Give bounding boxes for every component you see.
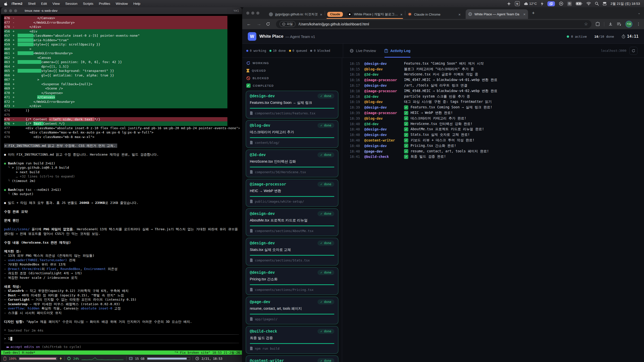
tab-agent-dashboard-active[interactable]: White Place — Agent Team Da × (466, 9, 528, 19)
prompt-line[interactable]: >1 (4, 336, 242, 341)
tab-search-chevron-icon[interactable]: ⌄ (638, 11, 640, 15)
mode-hint: (shift+tab to cycle) (42, 345, 81, 349)
input-method-icon[interactable]: 한 (567, 2, 572, 6)
status-badge: ✓ done (317, 299, 334, 304)
close-tab-icon[interactable]: × (458, 12, 461, 17)
terminal-line: - 복잡한 hover scale / iridescence 로직 (4, 276, 242, 280)
menu-item[interactable]: Help (131, 2, 143, 6)
log-row: 18:16 @image-processor ✓ IMG_4547.HEIC →… (350, 77, 644, 83)
terminal-line: - overflow: hidden 확실히 적용, Canvas는 absol… (4, 306, 242, 311)
menu-item[interactable]: View (50, 2, 63, 6)
url-text[interactable]: /Users/koharin/jjygo.github.io/dashboard… (299, 22, 581, 26)
battery-icon[interactable] (576, 2, 582, 5)
apple-menu-icon[interactable] (4, 2, 8, 6)
tab-claude-in-chrome[interactable]: Claude in Chrome × (405, 10, 463, 19)
status-badge: ✓ done (317, 270, 334, 275)
wifi-icon[interactable] (586, 2, 591, 5)
memory-bar (147, 357, 190, 360)
close-tab-icon[interactable]: × (320, 12, 322, 17)
chrome-menu-icon[interactable]: ⋮ (636, 22, 640, 26)
terminal-line: public/icons/ 폴더에 PNG 파일이 없었음. HeroScene… (4, 227, 242, 232)
menu-item[interactable]: Session (63, 2, 80, 6)
active-app-name[interactable]: iTerm2 (9, 2, 25, 6)
extensions-icon[interactable] (595, 22, 600, 26)
menu-item[interactable]: Window (113, 2, 131, 6)
counter-dot (289, 50, 291, 52)
prompt-input-text[interactable]: 1 (8, 336, 10, 341)
new-tab-button[interactable]: + (530, 9, 537, 17)
menu-item[interactable]: Profiles (96, 2, 113, 6)
minimize-window-button[interactable] (9, 9, 12, 12)
tab-live-preview[interactable]: Live Preview (350, 44, 376, 58)
menu-bar-clock[interactable]: 2월 21일 (토) 18:53 (611, 2, 640, 6)
bolt-icon[interactable] (541, 2, 543, 6)
close-tab-icon[interactable]: × (400, 12, 403, 17)
log-time: 18:40 (350, 138, 364, 142)
log-agent: @blog-dev (364, 100, 404, 104)
media-controls-icon[interactable] (617, 22, 621, 26)
tab-white-place-blog[interactable]: White Place | 개발자 블로그 & 포 × (345, 10, 405, 19)
terminal-output: 476- </Canvas> 477- </WebGLErrorBoundary… (1, 14, 242, 350)
menu-item[interactable]: Scripts (80, 2, 96, 6)
log-agent: @blog-dev (364, 116, 404, 120)
control-center-icon[interactable] (603, 2, 607, 6)
task-file: components/sections/Features.tsx (250, 111, 334, 115)
bookmark-star-icon[interactable]: ☆ (584, 21, 588, 27)
menu-item[interactable]: Edit (38, 2, 50, 6)
log-time: 18:18 (350, 95, 364, 99)
site-info-chip[interactable]: 파일 (279, 21, 296, 27)
status-badge: ✓ done (317, 123, 334, 128)
tab-github-repo[interactable]: jjygo/jjygo.github.io: 이것저것 × (266, 10, 325, 19)
forward-button[interactable]: → (256, 21, 262, 27)
address-bar[interactable]: 파일 /Users/koharin/jjygo.github.io/dashbo… (276, 20, 591, 28)
battery-status-icon (4, 356, 6, 360)
log-message: Features.tsx "Coming Soon" 배지 제거 시작 (404, 61, 484, 66)
claude-input-box: >1 ▶▶accept edits on (shift+tab to cycle… (4, 334, 242, 349)
log-row: 18:18 @3d-dev ✓ particle system 스크롤 반응 추… (350, 94, 644, 99)
play-circle-icon[interactable] (559, 2, 563, 6)
log-row: 18:39 @design-dev ✓ Features.tsx Coming … (350, 105, 644, 110)
log-agent: @design-dev (364, 62, 404, 66)
notion-icon[interactable]: N (515, 1, 520, 6)
weather-icon[interactable]: 12°C (524, 2, 537, 6)
agent-task-card: @3d-dev ✓ done HeroScene.tsx 인터랙션 강화 com… (246, 150, 338, 177)
zoom-window-button[interactable] (256, 12, 259, 15)
status-clock: 2/21, 18:53 (202, 357, 222, 360)
log-message: /art, /tools 실제 라우트 링크 연결 (404, 83, 467, 88)
search-icon[interactable] (595, 2, 599, 6)
zoom-window-button[interactable] (14, 9, 17, 12)
reload-button[interactable] (266, 22, 272, 26)
minimize-window-button[interactable] (251, 12, 254, 15)
download-icon[interactable] (608, 22, 613, 26)
log-row: 18:19 @blog-dev ✓ 태그 파싱 시스템 구현 중: tags f… (350, 99, 644, 105)
tab-activity-log[interactable]: Activity Log (384, 44, 410, 58)
close-tab-icon[interactable]: × (523, 12, 526, 16)
agent-task-card: @content-writer ✓ done (246, 355, 338, 362)
activity-log: 18:15 @design-dev ✓ Features.tsx "Coming… (342, 58, 644, 362)
task-file: components/sections/Stats.tsx (250, 258, 334, 262)
progress-bar (250, 167, 334, 167)
agent-sidebar: WORKING QUEUED BLOCKED ✓ COMPLETED (242, 58, 342, 362)
iterm-titlebar[interactable]: tmux new -s web-dev ⌥⌘1 (1, 7, 242, 14)
sparkle-icon[interactable] (507, 2, 511, 6)
status-badge: ✓ done (317, 152, 334, 157)
terminal-line: * Sautéed for 2m 44s (4, 328, 242, 333)
refresh-preview-button[interactable] (629, 47, 637, 55)
tab-group-label[interactable]: Claude (327, 12, 343, 17)
window-manager-icon[interactable] (547, 1, 555, 6)
close-window-button[interactable] (246, 12, 249, 15)
log-message: HeroScene.tsx 인터랙션 강화 완료! (411, 122, 472, 126)
profile-avatar[interactable]: 지윤 (625, 21, 632, 28)
back-button[interactable]: ← (246, 21, 252, 27)
task-title: 데스크테리어 카테고리 추가 (250, 130, 334, 135)
hourglass-icon (246, 69, 250, 73)
close-window-button[interactable] (4, 9, 7, 12)
status-badge: ✓ done (317, 94, 334, 99)
log-time: 18:15 (350, 62, 364, 66)
tmux-session-info[interactable]: [web-dev] 0:node* (3, 350, 35, 355)
menu-item[interactable]: Shell (25, 2, 38, 6)
globe-icon (350, 49, 354, 53)
check-icon: ✓ (404, 138, 408, 143)
agent-name: @design-dev (250, 211, 275, 216)
progress-bar (250, 343, 334, 344)
